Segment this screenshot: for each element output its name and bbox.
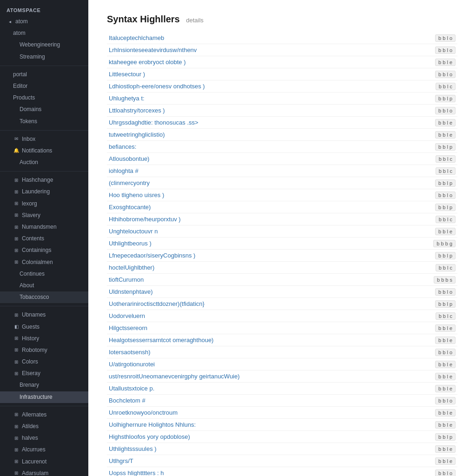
sidebar-item[interactable]: ⊞Elseray (0, 368, 88, 379)
sidebar-item[interactable]: 🔔Notifications (0, 145, 88, 157)
sidebar-item[interactable]: ⊞Adarsulam (0, 468, 88, 476)
sidebar-item[interactable]: ⊞Alcurrues (0, 444, 88, 456)
table-row[interactable]: Lrhlnsionteseeatevirdusw/nthenvb b l o (107, 44, 457, 56)
package-name: Uodorveluern (107, 310, 317, 322)
table-row[interactable]: Lttloahstry/torcexes )b b l o (107, 105, 457, 117)
table-row[interactable]: Hilgctssereornb b l e (107, 322, 457, 334)
sidebar-item[interactable]: ⊞Hashchange (0, 174, 88, 186)
sidebar-item[interactable]: ⊞lexorg (0, 198, 88, 210)
sidebar-item[interactable]: ⊞Laundering (0, 186, 88, 198)
sidebar-item[interactable]: Editor (0, 80, 88, 92)
package-name: Littlesectour ) (107, 68, 317, 80)
table-row[interactable]: Lfnepecedaor/siseryCogbinsns )b b l p (107, 250, 457, 262)
version-badge: b b l c (436, 83, 456, 90)
table-row[interactable]: Utallustsxtoice p.b b l e (107, 383, 457, 395)
sidebar-item[interactable]: ⊞Containings (0, 245, 88, 256)
sidebar-item[interactable]: Auction (0, 157, 88, 168)
sidebar-icon: ⊞ (13, 359, 20, 365)
version-badge: b b l o (435, 34, 456, 42)
sidebar-item[interactable]: Infrastructure (0, 391, 88, 403)
table-row[interactable]: ust/resnroitUneomanevcenirgphy geirtanuc… (107, 370, 457, 383)
sidebar-item-label: atom (15, 17, 28, 26)
sidebar-item[interactable]: ⊞Ubnames (0, 309, 88, 321)
table-row[interactable]: Unroetknowyoo/onctroumb b l e (107, 407, 457, 419)
version-badge: b b l o (435, 288, 456, 296)
sidebar-item[interactable]: ⊞Atildes (0, 421, 88, 432)
version-badge: b b l e (435, 457, 456, 465)
sidebar-item[interactable]: ⊞History (0, 333, 88, 344)
version-badge: b b l c (436, 216, 456, 223)
sidebar-item[interactable]: Continues (0, 268, 88, 280)
sidebar-item[interactable]: Tobaccosco (0, 291, 88, 303)
sidebar-item[interactable]: ⊞Contents (0, 233, 88, 245)
version-badge: b b l c (436, 167, 456, 175)
table-row[interactable]: U/atirgotionuroteib b l e (107, 358, 457, 370)
table-row[interactable]: Littlesectour )b b l o (107, 68, 457, 80)
sidebar-item-label: Containings (22, 246, 51, 255)
version-badge: b b l o (435, 107, 456, 114)
sidebar-item[interactable]: atom (0, 27, 88, 39)
sidebar-item[interactable]: Brenary (0, 379, 88, 391)
sidebar-item[interactable]: ⊞Numandsmen (0, 221, 88, 233)
table-row[interactable]: Uthlightbeorus )b b b g (107, 238, 457, 250)
sidebar-item[interactable]: ◧Guests (0, 321, 88, 333)
version-badge: b b l e (435, 228, 456, 235)
table-row[interactable]: tutweetringhgliclistio)b b l e (107, 129, 457, 141)
table-row[interactable]: Ldhiostloph-eere/onesv ondhotses )b b l … (107, 80, 457, 93)
package-version: b b l p (317, 298, 457, 310)
table-row[interactable]: Italuceptechlchamebb b l o (107, 32, 457, 44)
sidebar-icon: ⊞ (13, 458, 20, 465)
table-row[interactable]: Utlhgrs/Tb b l e (107, 455, 457, 467)
table-row[interactable]: Uolhighernure Holightos Nhluns:b b l e (107, 419, 457, 431)
package-name: Lttloahstry/torcexes ) (107, 105, 317, 117)
sidebar-item[interactable]: ◂atom (0, 16, 88, 27)
sidebar-item[interactable]: ⊞Lacurenot (0, 456, 88, 468)
version-badge: b b l p (435, 433, 456, 441)
sidebar-item[interactable]: ⊞Slavery (0, 210, 88, 221)
table-row[interactable]: Uotherariniroctiscttdozner)(tfidaticn}b … (107, 298, 457, 310)
version-badge: b b l e (435, 337, 456, 344)
table-row[interactable]: ktaheegee erobryoct olobte )b b l e (107, 56, 457, 68)
sidebar-item[interactable]: ⊞Colonialmen (0, 257, 88, 268)
table-row[interactable]: Uhlughetya t:b b l p (107, 93, 457, 105)
sidebar-item[interactable]: About (0, 280, 88, 291)
package-name: Unroetknowyoo/onctroum (107, 407, 317, 419)
table-row[interactable]: befiances:b b l p (107, 141, 457, 153)
main-content: Syntax Highllers details Italuceptechlch… (88, 0, 476, 476)
table-row[interactable]: Uodorveluernb b l c (107, 310, 457, 322)
sidebar-item[interactable]: Webengineering (0, 39, 88, 51)
table-row[interactable]: Hthihobrome/heurporxtuv )b b l c (107, 213, 457, 225)
table-row[interactable]: Bochcletom #b b l o (107, 395, 457, 407)
table-row[interactable]: Atlousobontue)b b l c (107, 153, 457, 165)
sidebar-item[interactable]: ⊞Allernates (0, 409, 88, 421)
table-row[interactable]: Uthlightsssuules )b b l e (107, 443, 457, 455)
sidebar-item[interactable]: Tokens (0, 116, 88, 127)
sidebar-item[interactable]: Streaming (0, 51, 88, 63)
table-row[interactable]: Uhrgssdaghdtie: thonosucas .ss>b b l e (107, 117, 457, 129)
table-row[interactable]: Highsthloofos yory opdoblose)b b l p (107, 431, 457, 443)
sidebar-item[interactable]: Domains (0, 104, 88, 115)
table-row[interactable]: (clinmercyontryb b l p (107, 177, 457, 189)
sidebar-item[interactable]: ⊞Robotomy (0, 344, 88, 356)
table-row[interactable]: Uopss hlightttters : hb b l o (107, 467, 457, 476)
table-row[interactable]: tioftCururnonb b b s (107, 274, 457, 286)
table-row[interactable]: Hoo tligheno uisres )b b l o (107, 189, 457, 201)
table-row[interactable]: Exosghtocante)b b l p (107, 201, 457, 213)
package-version: b b l p (317, 177, 457, 189)
sidebar-item[interactable]: ⊞halves (0, 432, 88, 444)
sidebar-item[interactable]: Products (0, 92, 88, 104)
sidebar-item[interactable]: ✉Inbox (0, 133, 88, 145)
table-row[interactable]: Uldnstenphtave)b b l o (107, 286, 457, 298)
package-name: Ldhiostloph-eere/onesv ondhotses ) (107, 80, 317, 93)
package-name: U/atirgotionurotei (107, 358, 317, 370)
table-row[interactable]: Healgotsesserrsarntcot omeraghthoue)b b … (107, 334, 457, 346)
table-row[interactable]: Iotersaotsensh)b b l o (107, 346, 457, 358)
sidebar-item[interactable]: portal (0, 69, 88, 80)
table-row[interactable]: hoctelUighlbther)b b l c (107, 262, 457, 274)
package-name: Uthlightsssuules ) (107, 443, 317, 455)
sidebar-item-label: portal (13, 70, 27, 79)
table-row[interactable]: Unghtelouctouvr nb b l e (107, 225, 457, 238)
table-row[interactable]: iohloghta #b b l c (107, 165, 457, 177)
sidebar-icon: ⊞ (13, 189, 20, 195)
sidebar-item[interactable]: ⊞Colors (0, 356, 88, 368)
